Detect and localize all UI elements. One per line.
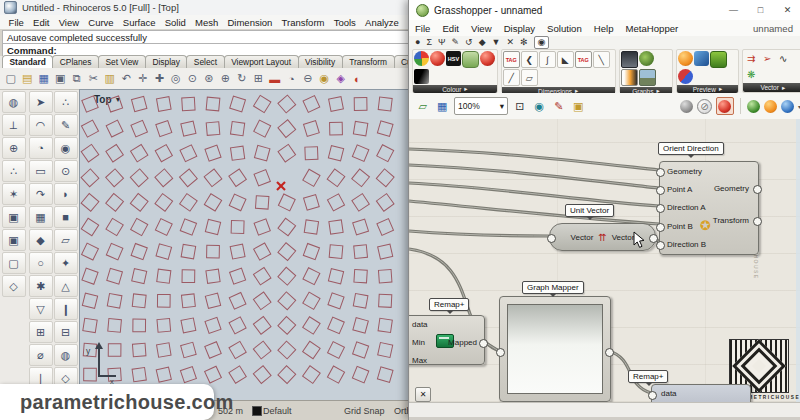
toolbar-tab-transform[interactable]: Transform	[342, 55, 395, 68]
palette-icon-graphs-3[interactable]	[639, 69, 656, 86]
toolbar-icon-4[interactable]: ⧉	[69, 71, 85, 87]
port-label-transform[interactable]: Transform	[713, 216, 749, 225]
gh-menu-item-edit[interactable]: Edit	[436, 23, 465, 34]
green-sphere-icon[interactable]	[747, 100, 760, 113]
sidebar-tool-icon-n8[interactable]: ◇	[2, 275, 26, 297]
status-grid-snap[interactable]: Grid Snap	[344, 406, 385, 416]
sidebar-tool-icon-22[interactable]: ⌀	[29, 344, 53, 366]
menu-item-tools[interactable]: Tools	[329, 17, 360, 28]
toolbar-tab-standard[interactable]: Standard	[2, 55, 53, 68]
toolbar-icon-19[interactable]: ◉	[317, 71, 333, 87]
blue-sphere-icon[interactable]	[781, 100, 794, 113]
palette-icon-vector-3[interactable]: ❋	[744, 67, 759, 82]
menu-item-mesh[interactable]: Mesh	[190, 17, 222, 28]
output-port[interactable]	[479, 339, 488, 348]
graph-mapper-plot-area[interactable]	[507, 304, 603, 394]
port-label-point-a[interactable]: Point A	[667, 185, 692, 194]
palette-group-label[interactable]: Preview▸	[677, 85, 737, 93]
palette-icon-colour-1[interactable]	[430, 51, 445, 66]
toolbar-tab-set-view[interactable]: Set View	[98, 55, 146, 68]
gh-tab-2[interactable]: Ψ	[438, 37, 446, 48]
sidebar-tool-icon-5[interactable]: ◉	[54, 137, 78, 159]
toolbar-icon-13[interactable]: ⊕	[218, 71, 234, 87]
palette-group-label[interactable]: Vector▸	[743, 83, 800, 92]
toolbar-tab-viewport-layout[interactable]: Viewport Layout	[224, 55, 299, 68]
toolbar-icon-12[interactable]: ⊛	[201, 71, 217, 87]
gh-menu-item-file[interactable]: File	[409, 23, 436, 34]
save-file-icon[interactable]: ▦	[435, 98, 451, 114]
preview-wire-sphere-icon[interactable]: ⊘	[697, 99, 712, 114]
gh-tab-0[interactable]: ●	[415, 37, 420, 48]
sidebar-tool-icon-8[interactable]: ↷	[29, 183, 53, 205]
output-port[interactable]	[649, 234, 658, 243]
palette-icon-dimensions-1[interactable]: ❮	[521, 51, 538, 68]
minimize-button[interactable]: —	[720, 0, 747, 20]
canvas-toolbar-icon-0[interactable]: ⊡	[512, 98, 528, 114]
gh-tab-3[interactable]: ✎	[452, 37, 460, 48]
sidebar-tool-icon-n2[interactable]: ⊕	[2, 137, 26, 159]
orange-sphere-icon[interactable]	[764, 100, 777, 113]
port-label-direction-b[interactable]: Direction B	[667, 240, 706, 249]
palette-icon-colour-0[interactable]	[414, 51, 429, 66]
palette-icon-colour-5[interactable]	[414, 69, 429, 84]
status-layer[interactable]: Default	[263, 406, 292, 416]
palette-icon-dimensions-3[interactable]: ◣	[557, 51, 574, 68]
toolbar-icon-15[interactable]: ⊞	[251, 71, 267, 87]
gh-tab-5[interactable]: ◆	[479, 37, 486, 48]
toolbar-tab-visibility[interactable]: Visibility	[298, 55, 343, 68]
sidebar-tool-icon-12[interactable]: ◆	[29, 229, 53, 251]
sidebar-tool-icon-0[interactable]: ➤	[29, 91, 53, 113]
palette-icon-dimensions-7[interactable]: ▱	[521, 69, 538, 86]
gh-tab-8[interactable]: ✻	[520, 37, 528, 48]
preview-off-sphere-icon[interactable]	[680, 100, 693, 113]
palette-icon-graphs-0[interactable]	[621, 51, 638, 68]
toolbar-tab-cplanes[interactable]: CPlanes	[52, 55, 99, 68]
remap-component[interactable]: dataMinMaxMapped	[409, 315, 485, 365]
palette-icon-graphs-1[interactable]	[639, 51, 654, 66]
layer-color-swatch[interactable]	[252, 406, 262, 416]
output-port[interactable]	[753, 185, 762, 194]
palette-icon-colour-2[interactable]: HSV	[446, 51, 461, 66]
sidebar-tool-icon-11[interactable]: ■	[54, 206, 78, 228]
sidebar-tool-icon-15[interactable]: ✦	[54, 252, 78, 274]
preview-shaded-selected[interactable]	[716, 97, 734, 115]
sidebar-tool-icon-18[interactable]: ▽	[29, 298, 53, 320]
palette-icon-dimensions-6[interactable]: ╱	[503, 69, 520, 86]
toolbar-icon-21[interactable]: ◐	[350, 71, 366, 87]
toolbar-icon-1[interactable]: ▤	[20, 71, 36, 87]
graph-mapper-component[interactable]	[499, 296, 611, 402]
input-port[interactable]	[656, 186, 665, 195]
palette-icon-preview-3[interactable]	[678, 69, 693, 84]
gh-tab-4[interactable]: ↺	[465, 37, 473, 48]
gh-tab-6[interactable]: ▼	[492, 37, 501, 48]
port-label-data[interactable]: data	[412, 320, 428, 329]
gh-tab-7[interactable]: ✕	[506, 37, 514, 48]
menu-item-file[interactable]: File	[4, 17, 29, 28]
gh-tab-9[interactable]: ◉	[534, 36, 550, 49]
gh-menu-item-solution[interactable]: Solution	[541, 23, 588, 34]
toolbar-icon-2[interactable]: ▦	[36, 71, 52, 87]
sidebar-tool-icon-10[interactable]: ▦	[29, 206, 53, 228]
orient-direction-component[interactable]: ✪ GeometryPoint ADirection APoint BDirec…	[659, 161, 759, 255]
menu-item-curve[interactable]: Curve	[84, 17, 119, 28]
palette-icon-dimensions-2[interactable]: ∫	[539, 51, 556, 68]
gh-menu-item-display[interactable]: Display	[498, 23, 541, 34]
port-label-geometry[interactable]: Geometry	[714, 184, 749, 193]
toolbar-icon-16[interactable]: ▬	[267, 71, 283, 87]
sidebar-tool-icon-n0[interactable]: ◍	[2, 91, 26, 113]
sidebar-tool-icon-2[interactable]: ◠	[29, 114, 53, 136]
port-label-mapped[interactable]: Mapped	[448, 338, 477, 347]
palette-icon-colour-4[interactable]	[480, 51, 495, 66]
sidebar-tool-icon-3[interactable]: ✎	[54, 114, 78, 136]
input-port[interactable]	[656, 223, 665, 232]
sidebar-tool-icon-4[interactable]: ◔	[29, 137, 53, 159]
port-label-vector-out[interactable]: Vector	[612, 233, 635, 242]
sidebar-tool-icon-7[interactable]: ⊙	[54, 160, 78, 182]
toolbar-icon-7[interactable]: ↶	[119, 71, 135, 87]
gh-menu-item-help[interactable]: Help	[588, 23, 620, 34]
port-label-direction-a[interactable]: Direction A	[667, 203, 706, 212]
palette-icon-preview-0[interactable]	[678, 51, 693, 66]
input-port[interactable]	[656, 241, 665, 250]
sidebar-tool-icon-6[interactable]: ▭	[29, 160, 53, 182]
gh-menu-item-metahopper[interactable]: MetaHopper	[620, 23, 685, 34]
